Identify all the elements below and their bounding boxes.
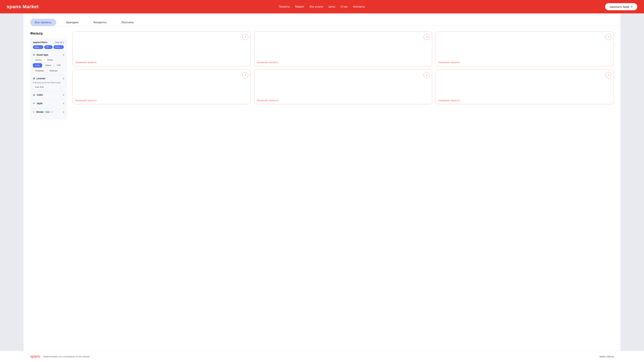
license-header[interactable]: ⊞ License ∧ <box>33 77 64 80</box>
asset-btn-videos[interactable]: Videos <box>43 63 54 67</box>
asset-btn-vectors[interactable]: Vectors <box>33 58 44 62</box>
card-title-5: Название проекта <box>254 96 432 104</box>
footer: spans Implementation of a marketplace on… <box>0 351 644 362</box>
style-section: ✦ Style ∨ <box>33 100 64 108</box>
nav-link-about[interactable]: О нас <box>340 5 348 8</box>
license-info: ℹ All icons are in free PNG format <box>33 81 64 84</box>
filter-tag-fill[interactable]: Fill ✕ <box>44 45 52 49</box>
card-arrow-icon-6: ↗ <box>605 72 611 78</box>
card-arrow-icon-4: ↗ <box>242 72 248 78</box>
asset-btn-icons[interactable]: Icons <box>33 63 42 67</box>
asset-type-buttons: Vectors Photos Icons Videos PSD Template… <box>33 58 64 73</box>
cta-button[interactable]: Заполнить бриф ↗ <box>605 3 637 10</box>
footer-description: Implementation of a marketplace on the w… <box>44 355 90 358</box>
color-chevron: ∨ <box>63 93 64 96</box>
tab-concepts[interactable]: Концепты <box>89 19 111 26</box>
stroke-new-badge: New <box>44 111 51 113</box>
card-arrow-icon-5: ↗ <box>424 72 430 78</box>
card-title-4: Название проекта <box>72 96 250 104</box>
stroke-info-icon: ℹ <box>52 111 52 113</box>
filter-tag-icons[interactable]: Icons ✕ <box>54 45 64 49</box>
asset-type-chevron: ∧ <box>63 53 64 56</box>
card-image-area-2: ↗ <box>254 32 432 58</box>
projects-grid: ↗ Название проекта ↗ Название проекта ↗ … <box>72 31 614 104</box>
nav-link-prices[interactable]: Цены <box>328 5 335 8</box>
asset-type-section: ⊡ Asset type ∧ Vectors Photos Icons Vide… <box>33 51 64 75</box>
tab-branding[interactable]: Брендинг <box>62 19 83 26</box>
clear-all-button[interactable]: Clear all ✕ <box>55 41 64 43</box>
card-image-area-6: ↗ <box>436 70 614 96</box>
card-image-area-4: ↗ <box>72 70 250 96</box>
card-arrow-icon-3: ↗ <box>605 34 611 40</box>
stroke-section: ≡ Stroke New ℹ ∨ <box>33 108 64 117</box>
grid-area: ↗ Название проекта ↗ Название проекта ↗ … <box>72 31 614 120</box>
tab-all-projects[interactable]: Все проекты <box>30 19 56 26</box>
card-image-area-3: ↗ <box>436 32 614 58</box>
style-chevron: ∨ <box>63 102 64 105</box>
stroke-chevron: ∨ <box>63 111 64 113</box>
nav-links: Проекты Маркет Все услуги Цены О нас Кон… <box>46 5 598 8</box>
asset-btn-psd[interactable]: PSD <box>54 63 63 67</box>
card-title-1: Название проекта <box>72 58 250 66</box>
tab-logos[interactable]: Логотипы <box>116 19 138 26</box>
nav-link-services[interactable]: Все услуги <box>310 5 323 8</box>
project-card-3[interactable]: ↗ Название проекта <box>436 31 614 66</box>
card-title-2: Название проекта <box>254 58 432 66</box>
card-title-6: Название проекта <box>436 96 614 104</box>
project-card-1[interactable]: ↗ Название проекта <box>72 31 251 66</box>
applied-filters-label: Applied filters <box>33 41 48 43</box>
project-card-4[interactable]: ↗ Название проекта <box>72 69 251 104</box>
sidebar: Фильтр Applied filters Clear all ✕ Black… <box>30 31 67 120</box>
footer-logo: spans <box>30 354 40 359</box>
style-header[interactable]: ✦ Style ∨ <box>33 102 64 105</box>
logo-text: spans <box>7 4 21 9</box>
style-icon: ✦ <box>33 102 35 105</box>
info-circle-icon: ℹ <box>33 81 34 84</box>
card-title-3: Название проекта <box>436 58 614 66</box>
card-image-area-1: ↗ <box>72 32 250 58</box>
filter-box: Applied filters Clear all ✕ Black ✕ Fill… <box>30 38 67 120</box>
filter-tags: Black ✕ Fill ✕ Icons ✕ <box>33 45 64 49</box>
logo: spans Market <box>7 4 39 9</box>
color-icon: ◎ <box>33 93 35 96</box>
stroke-header[interactable]: ≡ Stroke New ℹ ∨ <box>33 111 64 113</box>
card-arrow-icon-1: ↗ <box>242 34 248 40</box>
project-card-5[interactable]: ↗ Название проекта <box>254 69 432 104</box>
nav-link-market[interactable]: Маркет <box>295 5 304 8</box>
filter-title: Фильтр <box>30 31 67 35</box>
main-content: Все проекты Брендинг Концепты Логотипы Ф… <box>24 13 620 351</box>
applied-filters-row: Applied filters Clear all ✕ <box>33 41 64 43</box>
navbar: spans Market Проекты Маркет Все услуги Ц… <box>0 0 644 13</box>
tabs-row: Все проекты Брендинг Концепты Логотипы <box>24 13 620 26</box>
card-image-area-5: ↗ <box>254 70 432 96</box>
color-header[interactable]: ◎ Color ∨ <box>33 93 64 96</box>
stroke-icon: ≡ <box>33 111 34 113</box>
free-svg-button[interactable]: Free SVG <box>33 85 46 89</box>
asset-type-header[interactable]: ⊡ Asset type ∧ <box>33 53 64 56</box>
asset-type-icon: ⊡ <box>33 53 35 56</box>
license-icon: ⊞ <box>33 77 35 80</box>
nav-link-projects[interactable]: Проекты <box>279 5 290 8</box>
license-chevron: ∧ <box>63 77 64 80</box>
asset-btn-photos[interactable]: Photos <box>45 58 56 62</box>
footer-left: spans Implementation of a marketplace on… <box>30 354 90 359</box>
license-section: ⊞ License ∧ ℹ All icons are in free PNG … <box>33 75 64 91</box>
project-card-6[interactable]: ↗ Название проекта <box>436 69 614 104</box>
content-row: Фильтр Applied filters Clear all ✕ Black… <box>24 26 620 125</box>
asset-btn-templates[interactable]: Templates <box>33 68 46 73</box>
nav-link-contacts[interactable]: Контакты <box>353 5 365 8</box>
color-section: ◎ Color ∨ <box>33 91 64 100</box>
logo-bold: Market <box>23 4 39 9</box>
project-card-2[interactable]: ↗ Название проекта <box>254 31 432 66</box>
footer-author: Malkov Mikhail <box>600 355 614 358</box>
asset-btn-mockups[interactable]: Mockups <box>48 68 60 73</box>
card-arrow-icon-2: ↗ <box>424 34 430 40</box>
filter-tag-black[interactable]: Black ✕ <box>33 45 43 49</box>
